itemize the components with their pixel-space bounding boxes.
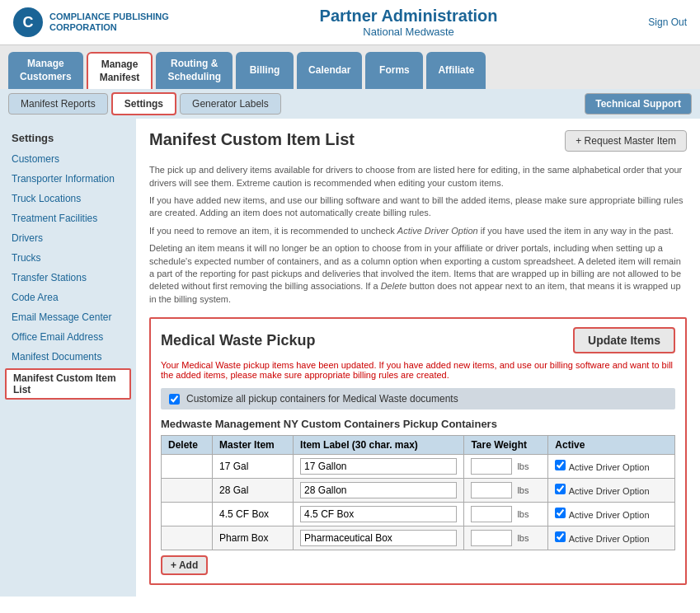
active-label-3: Active Driver Option xyxy=(569,534,650,544)
sidebar-item-email-message-center[interactable]: Email Message Center xyxy=(0,307,136,327)
customize-checkbox-row: Customize all pickup containers for Medi… xyxy=(161,388,675,409)
request-master-item-button[interactable]: + Request Master Item xyxy=(565,130,687,152)
active-checkbox-0[interactable] xyxy=(555,460,566,470)
sidebar-item-transfer-stations[interactable]: Transfer Stations xyxy=(0,268,136,288)
sidebar-item-transporter-information[interactable]: Transporter Information xyxy=(0,169,136,189)
item-label-input-3[interactable] xyxy=(300,530,457,546)
col-delete: Delete xyxy=(162,436,213,455)
success-message: Your Medical Waste pickup items have bee… xyxy=(161,360,675,380)
item-label-input-1[interactable] xyxy=(300,482,457,498)
cell-master-item-0: 17 Gal xyxy=(213,455,294,479)
sidebar-item-manifest-documents[interactable]: Manifest Documents xyxy=(0,347,136,367)
tech-support-button[interactable]: Technical Support xyxy=(585,93,692,115)
section-title: Medical Waste Pickup xyxy=(161,332,315,349)
subnav-generator-labels[interactable]: Generator Labels xyxy=(180,93,281,115)
nav-manage-manifest[interactable]: Manage Manifest xyxy=(87,52,153,89)
cell-tare-weight-1: lbs xyxy=(464,479,548,503)
cell-master-item-1: 28 Gal xyxy=(213,479,294,503)
item-label-input-2[interactable] xyxy=(300,506,457,522)
lbs-label-3: lbs xyxy=(517,533,529,543)
sign-out-link[interactable]: Sign Out xyxy=(648,16,687,28)
header-subtitle: National Medwaste xyxy=(320,26,498,38)
sidebar-item-truck-locations[interactable]: Truck Locations xyxy=(0,189,136,208)
col-active: Active xyxy=(548,436,675,455)
tare-weight-input-0[interactable] xyxy=(471,458,512,475)
active-label-0: Active Driver Option xyxy=(569,462,650,472)
table-row: Pharm Box lbs Active Driver Option xyxy=(162,526,675,550)
tare-weight-input-2[interactable] xyxy=(471,506,512,522)
cell-master-item-2: 4.5 CF Box xyxy=(213,503,294,526)
col-master-item: Master Item xyxy=(213,436,294,455)
cell-item-label-2 xyxy=(294,503,464,526)
item-label-input-0[interactable] xyxy=(300,458,457,475)
tare-weight-input-1[interactable] xyxy=(471,482,512,498)
table-section-title: Medwaste Management NY Custom Containers… xyxy=(161,418,675,430)
active-checkbox-1[interactable] xyxy=(555,484,566,494)
tare-weight-input-3[interactable] xyxy=(471,530,512,546)
top-nav: Manage Customers Manage Manifest Routing… xyxy=(0,45,700,89)
cell-master-item-3: Pharm Box xyxy=(213,526,294,550)
col-tare-weight: Tare Weight xyxy=(464,436,548,455)
customize-label: Customize all pickup containers for Medi… xyxy=(186,393,458,405)
lbs-label-0: lbs xyxy=(517,461,529,471)
table-row: 4.5 CF Box lbs Active Driver Option xyxy=(162,503,675,526)
sidebar-item-trucks[interactable]: Trucks xyxy=(0,248,136,268)
nav-routing-scheduling[interactable]: Routing & Scheduling xyxy=(156,52,233,89)
sidebar-item-code-area[interactable]: Code Area xyxy=(0,288,136,307)
update-items-button[interactable]: Update Items xyxy=(573,327,675,353)
subnav-manifest-reports[interactable]: Manifest Reports xyxy=(8,93,108,115)
page-title: Manifest Custom Item List xyxy=(149,130,355,149)
page-title-main: Partner Administration xyxy=(320,7,498,26)
add-button[interactable]: + Add xyxy=(161,555,208,575)
customize-checkbox[interactable] xyxy=(169,394,180,405)
active-label-2: Active Driver Option xyxy=(569,510,650,520)
cell-item-label-3 xyxy=(294,526,464,550)
info-text-3: If you need to remove an item, it is rec… xyxy=(149,225,687,237)
sidebar-item-office-email-address[interactable]: Office Email Address xyxy=(0,327,136,347)
main-content: Manifest Custom Item List + Request Mast… xyxy=(136,119,700,597)
lbs-label-1: lbs xyxy=(517,485,529,495)
active-checkbox-2[interactable] xyxy=(555,508,566,518)
lbs-label-2: lbs xyxy=(517,509,529,519)
table-row: 17 Gal lbs Active Driver Option xyxy=(162,455,675,479)
cell-active-2: Active Driver Option xyxy=(548,503,675,526)
active-checkbox-3[interactable] xyxy=(555,531,566,542)
sidebar-item-treatment-facilities[interactable]: Treatment Facilities xyxy=(0,208,136,228)
nav-affiliate[interactable]: Affiliate xyxy=(426,52,486,89)
nav-calendar[interactable]: Calendar xyxy=(297,52,362,89)
cell-tare-weight-0: lbs xyxy=(464,455,548,479)
sidebar-item-drivers[interactable]: Drivers xyxy=(0,228,136,248)
manifest-header-row: Manifest Custom Item List + Request Mast… xyxy=(149,130,687,156)
active-label-1: Active Driver Option xyxy=(569,486,650,496)
sidebar-item-manifest-custom-item-list[interactable]: Manifest Custom Item List xyxy=(5,368,131,400)
cell-active-0: Active Driver Option xyxy=(548,455,675,479)
cell-active-1: Active Driver Option xyxy=(548,479,675,503)
cell-item-label-0 xyxy=(294,455,464,479)
page-header: C COMPLIANCE PUBLISHING CORPORATION Part… xyxy=(0,0,700,45)
info-text-4: Deleting an item means it will no longer… xyxy=(149,242,687,306)
cell-delete-3 xyxy=(162,526,213,550)
cell-item-label-1 xyxy=(294,479,464,503)
subnav-settings[interactable]: Settings xyxy=(111,92,176,115)
logo-area: C COMPLIANCE PUBLISHING CORPORATION xyxy=(13,7,169,37)
section-box: Medical Waste Pickup Update Items Your M… xyxy=(149,317,687,585)
content-area: Settings Customers Transporter Informati… xyxy=(0,119,700,597)
sub-nav: Manifest Reports Settings Generator Labe… xyxy=(0,89,700,119)
col-item-label: Item Label (30 char. max) xyxy=(294,436,464,455)
section-header: Medical Waste Pickup Update Items xyxy=(161,327,675,353)
logo-icon: C xyxy=(13,7,43,37)
nav-forms[interactable]: Forms xyxy=(365,52,423,89)
cell-delete-1 xyxy=(162,479,213,503)
header-title-area: Partner Administration National Medwaste xyxy=(320,7,498,38)
nav-billing[interactable]: Billing xyxy=(236,52,294,89)
cell-tare-weight-2: lbs xyxy=(464,503,548,526)
cell-delete-0 xyxy=(162,455,213,479)
info-text-2: If you have added new items, and use our… xyxy=(149,194,687,220)
sidebar-item-customers[interactable]: Customers xyxy=(0,149,136,169)
sidebar: Settings Customers Transporter Informati… xyxy=(0,119,136,597)
sidebar-title: Settings xyxy=(0,127,136,149)
info-text-1: The pick up and delivery items available… xyxy=(149,164,687,190)
table-row: 28 Gal lbs Active Driver Option xyxy=(162,479,675,503)
cell-active-3: Active Driver Option xyxy=(548,526,675,550)
nav-manage-customers[interactable]: Manage Customers xyxy=(8,52,83,89)
